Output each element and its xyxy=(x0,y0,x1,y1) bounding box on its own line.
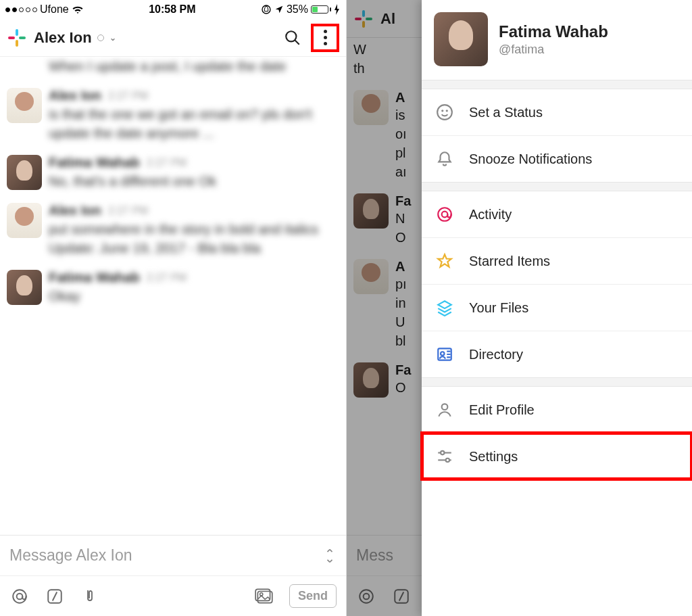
expand-icon[interactable] xyxy=(320,546,339,565)
avatar[interactable] xyxy=(7,270,42,305)
status-bar: Ufone 10:58 PM 35% xyxy=(0,0,346,19)
menu-snooze[interactable]: Snooze Notifications xyxy=(422,135,692,182)
svg-point-33 xyxy=(446,458,449,462)
user-drawer: Fatima Wahab @fatima Set a Status Snooze… xyxy=(422,0,692,616)
menu-label: Edit Profile xyxy=(469,402,535,418)
location-icon xyxy=(274,5,284,14)
section-divider xyxy=(422,80,692,89)
photo-button[interactable] xyxy=(254,586,274,607)
avatar[interactable] xyxy=(7,203,42,238)
svg-point-28 xyxy=(441,352,444,355)
menu-activity[interactable]: Activity xyxy=(422,191,692,237)
wifi-icon xyxy=(72,5,84,14)
svg-point-25 xyxy=(438,208,451,221)
menu-starred[interactable]: Starred Items xyxy=(422,237,692,284)
drawer-menu: Set a Status Snooze Notifications xyxy=(422,89,692,182)
message-item: Fatima Wahab2:27 PM No, that's a differe… xyxy=(7,155,339,191)
layers-icon xyxy=(435,298,454,317)
composer-placeholder: Message Alex Ion xyxy=(9,546,316,565)
channel-title-text: Alex Ion xyxy=(34,29,92,47)
at-icon xyxy=(435,205,454,224)
svg-rect-4 xyxy=(19,37,26,39)
section-divider xyxy=(422,182,692,191)
message-text: is that the one we got an email on? pls … xyxy=(49,105,339,143)
drawer-header[interactable]: Fatima Wahab @fatima xyxy=(422,0,692,80)
svg-point-22 xyxy=(437,105,452,120)
avatar[interactable] xyxy=(7,88,42,123)
message-composer[interactable]: Message Alex Ion xyxy=(0,535,346,575)
mention-button[interactable] xyxy=(9,586,30,607)
svg-point-29 xyxy=(442,404,448,410)
drawer-user-name: Fatima Wahab xyxy=(499,22,608,41)
signal-dots-icon xyxy=(5,7,37,12)
menu-label: Set a Status xyxy=(469,105,543,120)
menu-edit-profile[interactable]: Edit Profile xyxy=(422,387,692,433)
star-icon xyxy=(435,252,454,270)
message-time: 2:27 PM xyxy=(147,157,187,169)
menu-label: Directory xyxy=(469,347,523,362)
battery-pct: 35% xyxy=(287,3,308,16)
channel-title[interactable]: Alex Ion ⌄ xyxy=(34,29,277,47)
carrier-label: Ufone xyxy=(40,3,69,16)
more-menu-button[interactable] xyxy=(315,28,335,48)
svg-point-26 xyxy=(442,212,448,218)
menu-directory[interactable]: Directory xyxy=(422,331,692,377)
right-pane: Al W th A is oı pl aı Fa N O xyxy=(346,0,692,616)
menu-label: Snooze Notifications xyxy=(469,151,592,167)
message-item: Alex Ion2:27 PM is that the one we got a… xyxy=(7,88,339,143)
orientation-lock-icon xyxy=(261,4,272,15)
message-sender: Alex Ion xyxy=(49,203,101,218)
message-text: Okay xyxy=(49,287,339,306)
avatar xyxy=(434,12,488,66)
slash-command-button[interactable] xyxy=(45,586,65,607)
svg-point-31 xyxy=(441,451,444,454)
chevron-down-icon: ⌄ xyxy=(109,33,116,43)
message-item: Fatima Wahab2:27 PM Okay xyxy=(7,270,339,306)
charging-icon xyxy=(334,4,341,15)
message-text: No, that's a different one Ok xyxy=(49,172,339,191)
message-text: put somewhere in the story in bold and i… xyxy=(49,220,339,258)
left-pane: Ufone 10:58 PM 35% Alex Ion ⌄ xyxy=(0,0,346,616)
message-time: 2:27 PM xyxy=(108,90,149,102)
sliders-icon xyxy=(435,447,454,466)
svg-point-24 xyxy=(446,110,448,112)
battery-icon xyxy=(311,5,331,14)
drawer-menu: Activity Starred Items Your Files Direct… xyxy=(422,191,692,377)
menu-settings[interactable]: Settings xyxy=(422,433,692,479)
menu-label: Starred Items xyxy=(469,254,550,269)
message-partial: When I update a post, I update the date xyxy=(7,57,339,76)
svg-point-8 xyxy=(17,593,23,599)
message-list[interactable]: When I update a post, I update the date … xyxy=(0,57,346,535)
search-icon[interactable] xyxy=(284,29,301,47)
smile-icon xyxy=(435,103,454,122)
slack-logo-icon xyxy=(7,28,27,48)
svg-rect-1 xyxy=(16,29,18,36)
message-sender: Fatima Wahab xyxy=(49,155,140,170)
message-sender: Alex Ion xyxy=(49,88,101,103)
drawer-menu: Edit Profile Settings xyxy=(422,387,692,479)
svg-rect-3 xyxy=(8,37,15,39)
attach-file-button[interactable] xyxy=(80,586,100,607)
person-icon xyxy=(435,400,454,419)
message-item: Alex Ion2:27 PM put somewhere in the sto… xyxy=(7,203,339,258)
svg-line-6 xyxy=(295,40,299,45)
message-time: 2:27 PM xyxy=(147,272,187,284)
menu-files[interactable]: Your Files xyxy=(422,284,692,331)
menu-label: Your Files xyxy=(469,300,528,316)
svg-line-10 xyxy=(53,592,57,600)
send-button[interactable]: Send xyxy=(289,584,337,608)
section-divider xyxy=(422,377,692,387)
presence-indicator-icon xyxy=(97,34,104,41)
directory-icon xyxy=(435,345,454,364)
bell-icon xyxy=(435,149,454,168)
svg-point-5 xyxy=(286,31,296,41)
message-time: 2:27 PM xyxy=(108,205,149,217)
clock-label: 10:58 PM xyxy=(149,3,195,16)
message-sender: Fatima Wahab xyxy=(49,270,140,285)
svg-point-7 xyxy=(13,590,26,603)
more-button-highlight xyxy=(311,24,339,52)
menu-set-status[interactable]: Set a Status xyxy=(422,89,692,135)
drawer-user-handle: @fatima xyxy=(499,43,608,57)
menu-label: Activity xyxy=(469,207,512,222)
avatar[interactable] xyxy=(7,155,42,190)
